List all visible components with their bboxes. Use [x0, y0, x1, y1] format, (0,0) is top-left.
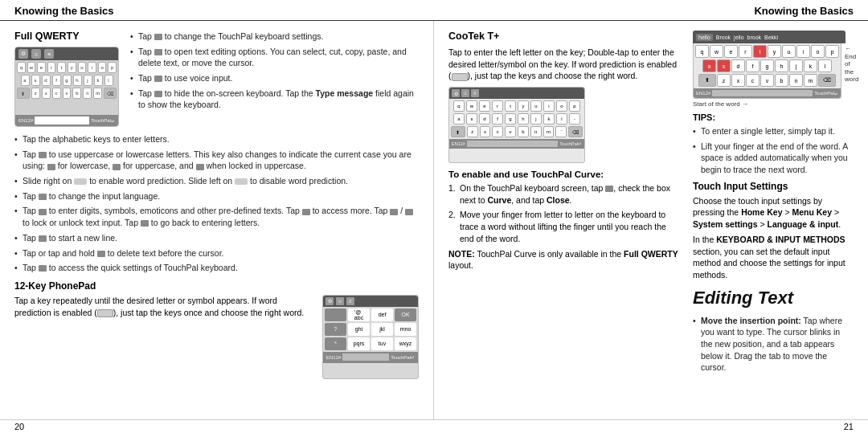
- kb-key-b: b: [72, 88, 81, 99]
- bk-u: u: [782, 45, 796, 58]
- editing-text-bullet-1: Move the insertion point: Tap where you …: [693, 315, 854, 374]
- c-key-c: c: [492, 126, 503, 137]
- kb-row-3: ⬆ z x c v b n m ⌫: [17, 88, 117, 99]
- c-key-shift: ⬆: [451, 126, 465, 137]
- phonekb-key-2: def: [371, 308, 393, 321]
- c-key-g: g: [505, 113, 516, 125]
- phonekb-key-ghi: ghi: [348, 323, 370, 336]
- phonekb-container: Tap a key repeatedly until the desired l…: [14, 295, 419, 379]
- qwerty-bullet-6: Tap to start a new line.: [14, 232, 419, 244]
- kb-row-1: q w e r t y u i o p: [17, 62, 117, 73]
- bk-space: [712, 90, 813, 96]
- header-left-title: Knowing the Basics: [14, 5, 114, 17]
- phonekb-key-tuv: tuv: [371, 337, 393, 350]
- bk-a: a: [702, 59, 716, 72]
- kb-key-z: z: [31, 88, 40, 99]
- c-key-x: x: [480, 126, 491, 137]
- phonekb-en: EN: [326, 355, 333, 360]
- cootek-predict-icon: [452, 73, 468, 81]
- bk-o: o: [811, 45, 825, 58]
- kb-key-w: w: [27, 62, 36, 73]
- cootek-12: 12#: [458, 141, 465, 146]
- big-kb-bottom: EN 12# TouchPal ↵: [694, 88, 841, 98]
- bk-s: s: [717, 59, 731, 72]
- c-key-dash: -: [569, 113, 580, 125]
- bk-p: p: [825, 45, 839, 58]
- phonekb-key-ok: OK: [395, 308, 416, 321]
- phonekb-bottom-bar: EN 12# TouchPal ↵: [323, 352, 418, 363]
- bk-l: l: [818, 59, 832, 72]
- enable-title: To enable and use TouchPal Curve:: [448, 170, 682, 179]
- bk-d: d: [731, 59, 745, 72]
- page-numbers: 20 21: [0, 419, 868, 433]
- kb-key-j: j: [84, 75, 92, 86]
- right-column: CooTek T+ Tap to enter the left letter o…: [434, 21, 868, 419]
- right-left-content: CooTek T+ Tap to enter the left letter o…: [448, 31, 682, 377]
- phonekb-12: 12#: [333, 355, 341, 360]
- big-row-3: ⬆ z x c v b n m ⌫: [695, 74, 839, 87]
- cootek-enter: ↵: [578, 141, 582, 146]
- full-qwerty-bullets: Tap the alphabetic keys to enter letters…: [14, 133, 419, 274]
- kb-menu-icon: ≡: [44, 49, 54, 59]
- enable-step-1: 1.On the TouchPal keyboard screen, tap ,…: [448, 182, 682, 206]
- cootek-row-1: q w e r t y u i o p: [451, 100, 583, 112]
- suggestion-brook2: brook: [747, 35, 762, 40]
- left-page-number: 20: [14, 422, 24, 431]
- bk-f: f: [746, 59, 760, 72]
- touch-input-keyboard-section: In the KEYBOARD & INPUT METHODS section,…: [693, 234, 854, 281]
- c-key-b: b: [518, 126, 529, 137]
- bk-i: i: [796, 45, 810, 58]
- phonekb-description: Tap a key repeatedly until the desired l…: [14, 295, 314, 318]
- bk-m2: m: [804, 74, 817, 87]
- c-key-i: i: [543, 100, 555, 112]
- phonekb-key-special-1: [325, 308, 346, 321]
- editing-text-section: Editing Text Move the insertion point: T…: [693, 288, 854, 374]
- big-row-2: a s d f g h j k l: [695, 59, 839, 72]
- bk-k: k: [804, 59, 817, 72]
- bk-z: z: [717, 74, 731, 87]
- tap-bullet-3: Tap to use voice input.: [130, 72, 419, 84]
- kb-gear-icon: ⚙: [18, 49, 28, 59]
- kb-key-i: i: [88, 62, 96, 73]
- kb-en-label: EN: [18, 118, 25, 123]
- kb-key-x: x: [42, 88, 51, 99]
- tips-section: TIPS: To enter a single letter, simply t…: [693, 112, 854, 176]
- kb-key-q: q: [17, 62, 26, 73]
- enable-steps: 1.On the TouchPal keyboard screen, tap ,…: [448, 182, 682, 244]
- phonekb-key-mno: mno: [395, 323, 416, 336]
- cootek-space: [467, 141, 559, 147]
- tap-bullet-2: Tap to open text editing options. You ca…: [130, 46, 419, 69]
- kb-top-bar: ⚙ ☺ ≡: [15, 47, 118, 60]
- word-labels: ← End ofthe word: [845, 45, 858, 84]
- tips-bullet-1: To enter a single letter, simply tap it.: [693, 125, 854, 137]
- kb-smiley-icon: ☺: [31, 49, 41, 59]
- bk-x: x: [731, 74, 745, 87]
- kb-row-2: a s d f g h j k l: [17, 75, 117, 86]
- tips-bullets: To enter a single letter, simply tap it.…: [693, 125, 854, 176]
- start-word-label: Start of the word →: [693, 100, 748, 108]
- phonekb-text: Tap a key repeatedly until the desired l…: [14, 295, 314, 379]
- editing-text-bullets: Move the insertion point: Tap where you …: [693, 315, 854, 374]
- phonekb-touchpal: TouchPal: [391, 355, 411, 360]
- kb-key-v: v: [63, 88, 72, 99]
- phonekb-key-star: *: [325, 337, 346, 350]
- phonekb-icon-3: ≡: [346, 297, 354, 305]
- end-word-label: ← End ofthe word: [845, 45, 858, 84]
- phonekb-key-special-2: ?: [325, 323, 346, 336]
- kb-key-s: s: [31, 75, 40, 86]
- bk-v: v: [760, 74, 774, 87]
- left-column: Full QWERTY ⚙ ☺ ≡ q w e r t: [0, 21, 434, 419]
- qwerty-bullet-5: Tap to enter digits, symbols, emoticons …: [14, 205, 419, 228]
- main-content: Full QWERTY ⚙ ☺ ≡ q w e r t: [0, 21, 868, 419]
- c-key-apos: ': [555, 126, 567, 137]
- bk-q: q: [695, 45, 709, 58]
- phonekb-top-bar: ⚙ ☺ ≡: [323, 296, 418, 307]
- phonekb-key-jkl: jkl: [371, 323, 393, 336]
- phonekb-icon-1: ⚙: [326, 297, 334, 305]
- kb-key-c: c: [52, 88, 61, 99]
- c-key-u: u: [530, 100, 542, 112]
- c-key-q: q: [453, 100, 465, 112]
- cootek-touchpal: TouchPal: [559, 141, 578, 146]
- c-key-a: a: [453, 113, 465, 125]
- bk-touchpal: TouchPal: [814, 91, 834, 96]
